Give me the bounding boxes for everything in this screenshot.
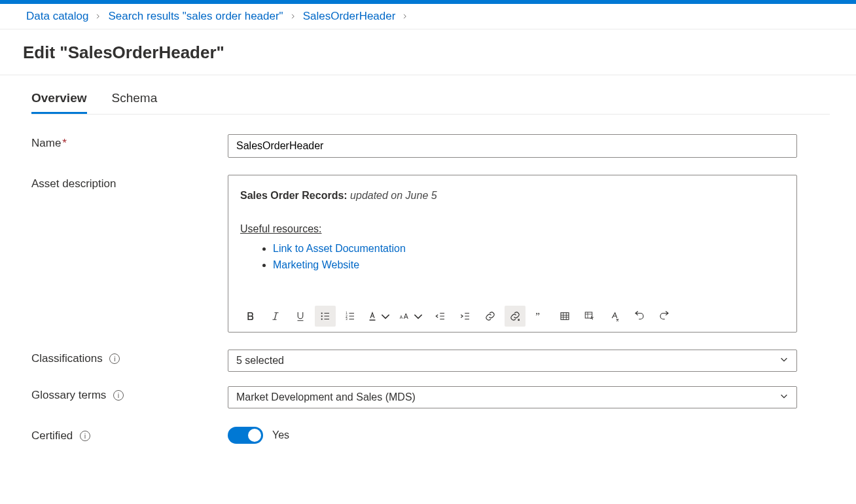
underline-button[interactable] [290, 306, 311, 327]
page-title: Edit "SalesOrderHeader" [0, 29, 856, 75]
glossary-terms-select[interactable]: Market Development and Sales (MDS) [228, 386, 797, 408]
label-glossary-terms: Glossary terms i [31, 386, 228, 408]
required-asterisk: * [62, 137, 67, 149]
breadcrumb-link-data-catalog[interactable]: Data catalog [26, 10, 88, 23]
rich-text-editor: Sales Order Records: updated on June 5 U… [228, 175, 797, 333]
font-color-button[interactable] [365, 306, 393, 327]
quote-button[interactable]: ” [529, 306, 550, 327]
outdent-button[interactable] [430, 306, 451, 327]
toggle-knob [248, 429, 261, 442]
svg-text:A: A [404, 312, 408, 320]
clear-format-button[interactable] [604, 306, 625, 327]
redo-button[interactable] [654, 306, 675, 327]
breadcrumb-link-search-results[interactable]: Search results "sales order header" [108, 10, 283, 23]
info-icon: i [80, 431, 90, 441]
chevron-right-icon [95, 11, 101, 22]
info-icon: i [109, 353, 120, 364]
svg-text:”: ” [535, 310, 540, 321]
classifications-select[interactable]: 5 selected [228, 350, 797, 372]
edit-table-button[interactable] [579, 306, 600, 327]
bullet-list-button[interactable] [315, 306, 336, 327]
svg-point-0 [321, 312, 323, 314]
label-name: Name* [31, 134, 228, 158]
label-certified: Certified i [31, 427, 228, 444]
numbered-list-button[interactable]: 123 [340, 306, 361, 327]
table-button[interactable] [554, 306, 575, 327]
description-resources-heading: Useful resources: [240, 221, 785, 238]
certified-toggle[interactable] [228, 427, 263, 444]
label-classifications: Classifications i [31, 350, 228, 372]
bold-button[interactable] [240, 306, 261, 327]
indent-button[interactable] [455, 306, 476, 327]
description-title-italic: updated on June 5 [350, 190, 437, 201]
label-asset-description: Asset description [31, 175, 228, 333]
svg-text:3: 3 [346, 317, 348, 321]
italic-button[interactable] [265, 306, 286, 327]
certified-toggle-label: Yes [272, 429, 289, 441]
svg-point-1 [321, 315, 323, 317]
chevron-right-icon [402, 11, 408, 22]
unlink-button[interactable] [505, 306, 526, 327]
undo-button[interactable] [629, 306, 650, 327]
link-button[interactable] [480, 306, 501, 327]
svg-rect-10 [585, 312, 592, 318]
description-link-1[interactable]: Marketing Website [273, 259, 359, 270]
svg-text:A: A [400, 315, 403, 319]
tab-overview[interactable]: Overview [31, 91, 87, 114]
description-link-0[interactable]: Link to Asset Documentation [273, 243, 406, 254]
glossary-terms-value: Market Development and Sales (MDS) [236, 391, 416, 403]
rte-toolbar: 123 AA [228, 303, 796, 332]
name-input[interactable] [228, 134, 797, 158]
description-editor[interactable]: Sales Order Records: updated on June 5 U… [228, 175, 796, 303]
svg-point-2 [321, 318, 323, 319]
classifications-value: 5 selected [236, 355, 284, 366]
tabs: Overview Schema [31, 75, 830, 115]
font-size-button[interactable]: AA [397, 306, 426, 327]
breadcrumb-link-salesorderheader[interactable]: SalesOrderHeader [303, 10, 396, 23]
chevron-down-icon [779, 355, 789, 367]
chevron-right-icon [290, 11, 296, 22]
info-icon: i [113, 390, 124, 401]
description-title-bold: Sales Order Records: [240, 190, 350, 201]
tab-schema[interactable]: Schema [112, 91, 158, 114]
breadcrumb: Data catalog Search results "sales order… [0, 4, 856, 29]
svg-rect-9 [561, 313, 569, 320]
chevron-down-icon [779, 391, 789, 403]
